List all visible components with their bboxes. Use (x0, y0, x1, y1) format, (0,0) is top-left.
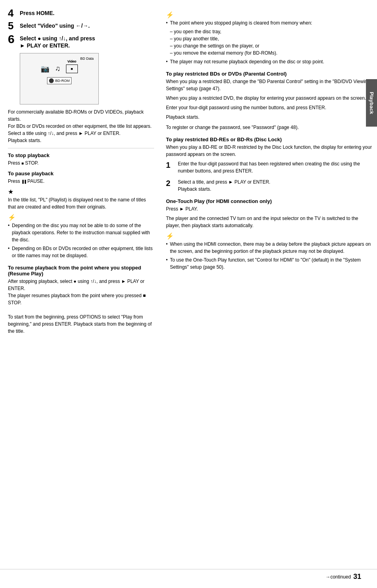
caution-icon-1: ⚡ (8, 214, 154, 221)
page-number: 31 (353, 573, 361, 581)
restricted-bd-text2: When you play a restricted DVD, the disp… (166, 95, 373, 102)
disc-step-2-number: 2 (166, 178, 175, 188)
description-text: For commercially available BD-ROMs or DV… (8, 108, 154, 144)
disc-step-2-line2: Playback starts. (178, 186, 211, 192)
caution-item-2: Depending on BDs or DVDs recorded on oth… (8, 245, 154, 259)
disc-lock-intro: When you play a BD-RE or BD-R restricted… (166, 144, 373, 158)
bd-rom-label: BD-ROM (55, 79, 70, 83)
step-4: 4 Press HOME. (8, 8, 154, 18)
restricted-bd-text4: Playback starts. (166, 114, 373, 121)
restricted-bd-text3: Enter your four-digit password using the… (166, 104, 373, 111)
right-dash-3: you change the settings on the player, o… (170, 42, 373, 49)
sidebar-label: Playback (369, 92, 375, 114)
main-content: 4 Press HOME. 5 Select "Video" using ←/→… (0, 0, 377, 588)
right-dash-2: you play another title, (170, 35, 373, 42)
pause-heading: To pause playback (8, 171, 154, 176)
video-icon-box: ■ Video (66, 64, 78, 73)
tip-text: In the title list, "PL" (Playlist) is di… (8, 196, 154, 211)
camera-icon: 📷 (41, 64, 49, 73)
step-6-text: Select ● using ↑/↓, and press► PLAY or E… (20, 33, 95, 49)
resume-heading: To resume playback from the point where … (8, 265, 154, 277)
right-caution-item-2: The player may not resume playback depen… (166, 58, 373, 65)
step-4-number: 4 (8, 8, 17, 18)
step-6-number: 6 (8, 33, 17, 45)
right-caution-item-1: The point where you stopped playing is c… (166, 19, 373, 27)
music-icon: ♫ (55, 64, 60, 73)
right-dash-1: you open the disc tray, (170, 28, 373, 35)
bd-rom-circle (49, 78, 54, 83)
step-5: 5 Select "Video" using ←/→. (8, 21, 154, 31)
resume-body: After stopping playback, select ● using … (8, 278, 154, 335)
onetouch-heading: One-Touch Play (for HDMI connection only… (166, 198, 373, 204)
right-caution-list: The point where you stopped playing is c… (166, 19, 373, 27)
caution-list-1: Depending on the disc you may not be abl… (8, 222, 154, 259)
caution2-item-1: When using the HDMI connection, there ma… (166, 241, 373, 255)
sidebar-tab: Playback (366, 79, 377, 127)
disc-step-1-text: Enter the four-digit password that has b… (178, 160, 373, 175)
disc-step-1: 1 Enter the four-digit password that has… (166, 160, 373, 175)
restricted-bd-heading: To play restricted BDs or DVDs (Parental… (166, 71, 373, 77)
pause-body: Press ❚❚ PAUSE. (8, 178, 154, 185)
step-4-text: Press HOME. (20, 8, 55, 17)
bd-data-label: BD Data (80, 57, 94, 61)
caution-list-2: When using the HDMI connection, there ma… (166, 241, 373, 271)
video-label: Video (68, 60, 76, 63)
register-text: To register or change the password, see … (166, 124, 373, 131)
onetouch-text: Press ► PLAY. (166, 205, 373, 212)
continued-text: →continued (326, 574, 351, 580)
left-column: 4 Press HOME. 5 Select "Video" using ←/→… (8, 8, 154, 580)
video-icon-image: ■ (71, 67, 73, 71)
caution-icon-2: ⚡ (166, 232, 373, 240)
caution-icon-right: ⚡ (166, 11, 373, 19)
onetouch-desc: The player and the connected TV turn on … (166, 215, 373, 229)
restricted-bd-text1: When you play a restricted BD, change th… (166, 78, 373, 92)
step-6-text-part1: Select ● using ↑/↓, and press► PLAY or E… (20, 35, 95, 49)
step-5-number: 5 (8, 21, 17, 31)
caution-item-1: Depending on the disc you may not be abl… (8, 222, 154, 243)
disc-step-2-line1: Select a title, and press ► PLAY or ENTE… (178, 179, 270, 185)
right-caution-list-2: The player may not resume playback depen… (166, 58, 373, 65)
stop-heading: To stop playback (8, 152, 154, 158)
menu-diagram: BD Data 📷 ♫ ■ Video BD-ROM (20, 53, 99, 104)
right-dash-list: you open the disc tray, you play another… (166, 28, 373, 57)
stop-body: Press ■ STOP. (8, 159, 154, 167)
caution2-item-2: To use the One-Touch Play function, set … (166, 256, 373, 271)
tip-icon: ★ (8, 188, 154, 195)
disc-step-2: 2 Select a title, and press ► PLAY or EN… (166, 178, 373, 193)
step-6: 6 Select ● using ↑/↓, and press► PLAY or… (8, 33, 154, 49)
menu-icons-row: 📷 ♫ ■ Video (41, 64, 78, 73)
page-container: 4 Press HOME. 5 Select "Video" using ←/→… (0, 0, 377, 588)
right-dash-4: you remove the external memory (for BD-R… (170, 49, 373, 57)
divider-1 (8, 148, 154, 148)
step-5-text: Select "Video" using ←/→. (20, 21, 90, 29)
page-footer: →continued 31 (0, 569, 377, 584)
disc-step-1-number: 1 (166, 160, 175, 170)
disc-lock-heading: To play restricted BD-REs or BD-Rs (Disc… (166, 137, 373, 142)
right-column: ⚡ The point where you stopped playing is… (162, 8, 373, 580)
bd-rom-box: BD-ROM (47, 77, 72, 84)
disc-step-2-text: Select a title, and press ► PLAY or ENTE… (178, 178, 270, 193)
